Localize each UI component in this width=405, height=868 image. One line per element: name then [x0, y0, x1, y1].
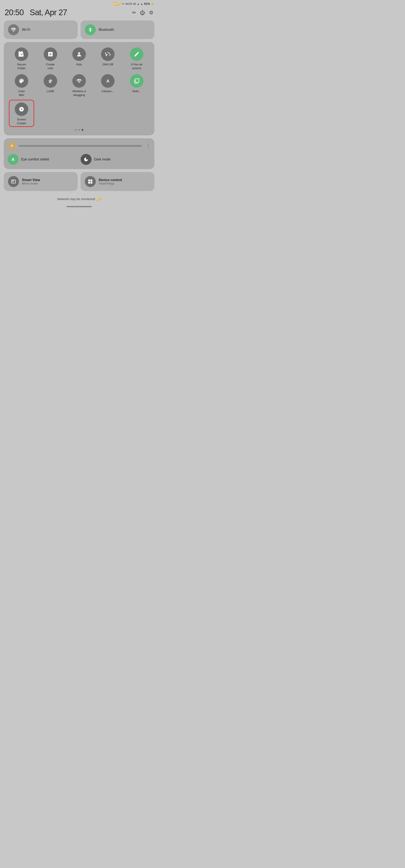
wireless-debug-icon: [73, 74, 86, 88]
create-note-icon: [44, 48, 57, 61]
header-actions: ✏ ⏻ ⚙: [132, 10, 153, 16]
quick-tiles-row: Wi-Fi Bluetooth: [0, 21, 158, 42]
4g-icon: 4G: [133, 3, 136, 5]
date: Sat, Apr 27: [30, 8, 67, 17]
dot-1: [75, 129, 77, 131]
signal2-icon: ▲: [141, 2, 143, 5]
brightness-row: ☀ ⋮: [8, 142, 151, 150]
wireless-debug-item[interactable]: Wireless debugging: [66, 73, 92, 98]
s-pen-label: S Pen airactions: [131, 63, 143, 70]
dark-mode-label: Dark mode: [94, 157, 111, 161]
smart-view-text: Smart View Mirror screen: [22, 178, 40, 185]
dot-3: [82, 129, 83, 131]
kids-icon: [73, 48, 86, 61]
eye-comfort-label: Eye comfort shield: [21, 157, 49, 161]
interpreter-label: Interpre...: [102, 89, 114, 93]
settings-icon[interactable]: ⚙: [149, 10, 153, 16]
screen-curtain-icon: [15, 102, 28, 116]
dns-off-label: DNS Off: [103, 63, 113, 66]
comfort-row: A Eye comfort shield Dark mode: [8, 153, 151, 166]
key-icon: 🔑: [118, 2, 121, 5]
secure-folder-item[interactable]: SecureFolder: [9, 46, 34, 71]
s-pen-item[interactable]: S Pen airactions: [124, 46, 149, 71]
dns-off-icon: [101, 48, 115, 61]
wifi-tile[interactable]: Wi-Fi: [4, 21, 78, 39]
bluetooth-label: Bluetooth: [99, 28, 114, 32]
volte-icon: VoLTE: [125, 3, 132, 5]
dot-2: [78, 129, 80, 131]
grid-row-2: Colorfilter LADB Wireless debugging A In…: [7, 73, 151, 98]
brightness-slider-container: [19, 145, 142, 147]
dark-mode-icon: [81, 154, 91, 165]
time-date: 20:50 Sat, Apr 27: [5, 8, 67, 17]
vpn-icon: 🔁: [114, 2, 117, 5]
smart-view-icon: [8, 176, 19, 187]
device-control-icon: [85, 176, 96, 187]
brightness-sun-icon: ☀: [8, 142, 16, 150]
secure-folder-label: SecureFolder: [17, 63, 26, 70]
ladb-icon: [44, 74, 57, 88]
grid-panel: SecureFolder Createnote Kids DNS Off: [4, 42, 154, 135]
wifi-label: Wi-Fi: [22, 28, 30, 32]
bottom-nav-pill: [66, 206, 92, 207]
bottom-bar: [0, 203, 158, 209]
interpreter-icon-letter: A: [106, 79, 109, 84]
interpreter-icon: A: [101, 74, 115, 88]
smart-view-title: Smart View: [22, 178, 40, 182]
bluetooth-icon: [88, 27, 93, 33]
kids-label: Kids: [76, 63, 82, 66]
brightness-more-icon[interactable]: ⋮: [146, 143, 151, 149]
time: 20:50: [5, 8, 24, 17]
color-filter-label: Colorfilter: [18, 89, 25, 97]
wifi-icon: [10, 27, 17, 33]
header-row: 20:50 Sat, Apr 27 ✏ ⏻ ⚙: [0, 6, 158, 21]
screen-curtain-label: ScreenCurtain: [17, 118, 26, 125]
device-control-subtitle: SmartThings: [99, 182, 122, 185]
create-note-item[interactable]: Createnote: [38, 46, 63, 71]
svg-point-1: [50, 80, 51, 82]
status-icons: 🔁 🔑 ✦ VoLTE 4G ▲ ▲ 51% 🔋: [114, 2, 154, 5]
bluetooth-icon-circle: [85, 24, 96, 35]
dark-mode-tile[interactable]: Dark mode: [81, 153, 151, 166]
network-notice: Network may be monitored 🔑: [0, 194, 158, 203]
create-note-label: Createnote: [46, 63, 55, 70]
wireless-debug-label: Wireless debugging: [73, 89, 86, 97]
pencil-icon[interactable]: ✏: [132, 10, 136, 16]
bluetooth-status-icon: ✦: [122, 2, 124, 5]
eye-comfort-tile[interactable]: A Eye comfort shield: [8, 153, 78, 166]
multi-item[interactable]: Multi...: [124, 73, 149, 98]
color-filter-icon: [15, 74, 28, 88]
battery-text: 51%: [144, 2, 150, 5]
pagination-dots: [7, 129, 151, 131]
status-bar: 🔁 🔑 ✦ VoLTE 4G ▲ ▲ 51% 🔋: [0, 0, 158, 6]
wifi-icon-circle: [8, 24, 19, 35]
grid-row-3: ScreenCurtain: [7, 100, 151, 127]
screen-curtain-item[interactable]: ScreenCurtain: [9, 100, 34, 127]
brightness-track[interactable]: [19, 145, 142, 147]
kids-item[interactable]: Kids: [66, 46, 92, 71]
network-notice-text: Network may be monitored: [57, 197, 95, 201]
color-filter-item[interactable]: Colorfilter: [9, 73, 34, 98]
dns-off-item[interactable]: DNS Off: [95, 46, 120, 71]
grid-row-1: SecureFolder Createnote Kids DNS Off: [7, 46, 151, 71]
ladb-label: LADB: [47, 89, 54, 93]
signal1-icon: ▲: [137, 2, 140, 5]
s-pen-icon: [130, 48, 143, 61]
power-icon[interactable]: ⏻: [140, 10, 145, 16]
interpreter-item[interactable]: A Interpre...: [95, 73, 120, 98]
device-control-text: Device control SmartThings: [99, 178, 122, 185]
secure-folder-icon: [15, 48, 28, 61]
smart-view-tile[interactable]: Smart View Mirror screen: [4, 172, 78, 191]
eye-comfort-icon: A: [8, 154, 19, 165]
smart-view-subtitle: Mirror screen: [22, 182, 40, 185]
brightness-panel: ☀ ⋮ A Eye comfort shield Dark mode: [4, 138, 154, 169]
battery-icon: 🔋: [151, 2, 154, 5]
ladb-item[interactable]: LADB: [38, 73, 63, 98]
screen-curtain-svg: [19, 106, 24, 112]
bottom-tiles-row: Smart View Mirror screen Device control …: [0, 172, 158, 194]
bluetooth-tile[interactable]: Bluetooth: [81, 21, 154, 39]
multi-icon: [130, 74, 143, 88]
device-control-tile[interactable]: Device control SmartThings: [81, 172, 154, 191]
svg-point-0: [78, 52, 80, 54]
network-key-icon: 🔑: [97, 197, 101, 201]
